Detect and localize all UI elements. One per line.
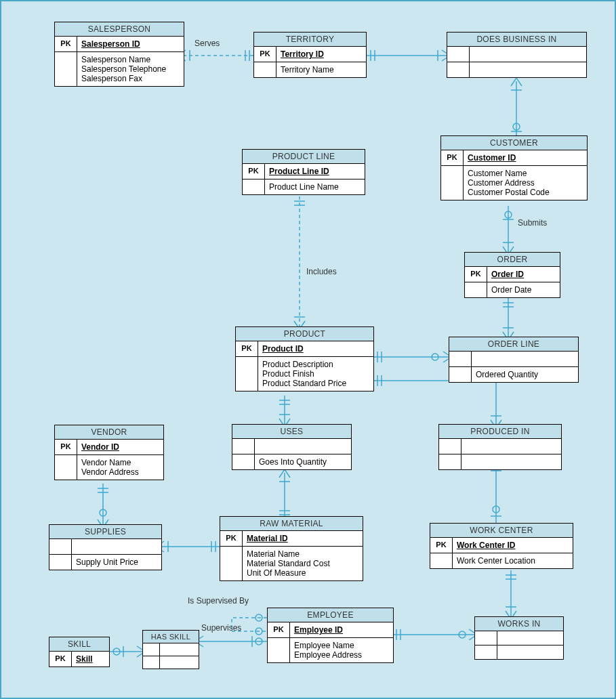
attr: Salesperson Name [81,55,180,64]
svg-point-3 [100,509,106,516]
er-diagram-canvas: SALESPERSON PK Salesperson ID Salesperso… [0,0,616,699]
entity-title: TERRITORY [254,33,366,47]
entity-salesperson: SALESPERSON PK Salesperson ID Salesperso… [54,22,184,87]
svg-point-9 [255,628,262,635]
svg-point-1 [505,211,512,218]
entity-territory: TERRITORY PK Territory ID Territory Name [253,32,367,78]
entity-product-line: PRODUCT LINE PK Product Line ID Product … [242,149,365,195]
attr: Salesperson Fax [81,74,180,83]
label-is-supervised-by: Is Supervised By [188,596,249,606]
svg-point-4 [493,506,499,513]
entity-title: SALESPERSON [55,22,184,37]
svg-point-0 [513,123,520,130]
pk-label: PK [55,37,77,51]
entity-supplies: SUPPLIES Supply Unit Price [49,524,162,570]
svg-point-8 [255,614,262,621]
entity-order: ORDER PK Order ID Order Date [464,252,560,298]
entity-skill: SKILL PK Skill [49,637,110,667]
svg-point-7 [113,648,120,655]
label-serves: Serves [194,39,220,48]
svg-point-5 [459,631,466,638]
entity-order-line: ORDER LINE Ordered Quantity [449,337,579,383]
entity-uses: USES Goes Into Quantity [232,424,352,470]
entity-product: PRODUCT PK Product ID Product Descriptio… [235,326,374,391]
entity-has-skill: HAS SKILL [142,630,199,669]
entity-works-in: WORKS IN [474,616,564,660]
pk-attr: Salesperson ID [77,37,184,51]
entity-vendor: VENDOR PK Vendor ID Vendor Name Vendor A… [54,425,164,480]
entity-work-center: WORK CENTER PK Work Center ID Work Cente… [430,523,573,569]
label-submits: Submits [518,218,547,228]
label-includes: Includes [306,267,337,276]
label-supervises: Supervises [201,623,241,633]
entity-produced-in: PRODUCED IN [438,424,562,470]
entity-raw-material: RAW MATERIAL PK Material ID Material Nam… [220,516,363,581]
svg-point-2 [432,354,438,360]
attr: Salesperson Telephone [81,64,180,74]
entity-does-business-in: DOES BUSINESS IN [447,32,587,78]
entity-employee: EMPLOYEE PK Employee ID Employee Name Em… [267,608,394,663]
entity-customer: CUSTOMER PK Customer ID Customer Name Cu… [440,135,588,200]
svg-point-6 [255,638,262,645]
